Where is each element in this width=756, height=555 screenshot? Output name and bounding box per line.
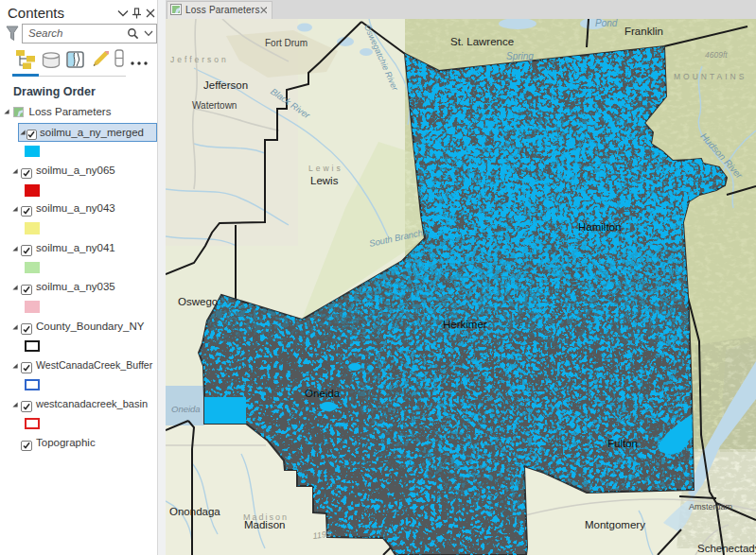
svg-text:Franklin: Franklin xyxy=(624,26,663,37)
svg-text:St. Lawrence: St. Lawrence xyxy=(450,36,514,47)
svg-text:Watertown: Watertown xyxy=(192,100,237,111)
svg-text:Lewis: Lewis xyxy=(308,164,343,173)
svg-text:Pond: Pond xyxy=(595,19,618,28)
svg-text:MOUNTAINS: MOUNTAINS xyxy=(674,72,747,81)
svg-text:Hamilton: Hamilton xyxy=(578,221,621,233)
svg-text:Jefferson: Jefferson xyxy=(203,79,248,91)
svg-text:Madison: Madison xyxy=(244,519,285,530)
svg-text:Oneida: Oneida xyxy=(305,388,341,399)
svg-text:Lewis: Lewis xyxy=(310,175,339,186)
svg-text:Herkimer: Herkimer xyxy=(443,319,487,330)
svg-text:Montgomery: Montgomery xyxy=(585,519,645,530)
svg-text:Fulton: Fulton xyxy=(607,438,638,449)
svg-text:Spring: Spring xyxy=(506,51,534,61)
svg-text:Oneida: Oneida xyxy=(171,404,201,414)
svg-text:4609ft: 4609ft xyxy=(705,50,728,60)
svg-text:Jefferson: Jefferson xyxy=(170,55,229,64)
svg-text:Schenectady: Schenectady xyxy=(697,543,756,554)
svg-text:Fort Drum: Fort Drum xyxy=(265,38,308,48)
svg-text:Amsterdam: Amsterdam xyxy=(689,502,732,512)
svg-text:Oswego: Oswego xyxy=(178,296,218,307)
svg-text:Onondaga: Onondaga xyxy=(169,506,220,517)
